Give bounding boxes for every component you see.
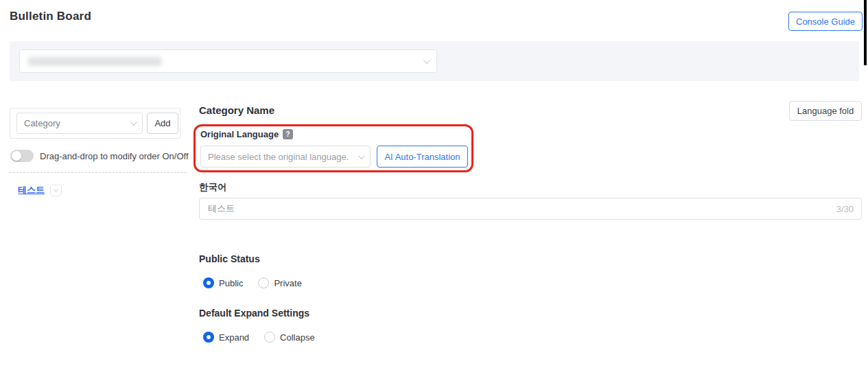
category-item-expand-button[interactable]	[50, 185, 62, 196]
question-mark-icon[interactable]: ?	[283, 129, 293, 139]
board-selector-panel	[10, 41, 859, 81]
korean-name-input[interactable]	[199, 198, 862, 220]
original-language-select[interactable]: Please select the original language.	[200, 146, 371, 168]
radio-label: Expand	[219, 332, 249, 343]
section-title-category-name: Category Name	[199, 104, 274, 116]
radio-unselected-icon[interactable]	[264, 332, 275, 343]
public-status-radio-group: Public Private	[203, 277, 302, 288]
category-type-select[interactable]: Category	[16, 113, 143, 134]
radio-option-collapse[interactable]: Collapse	[264, 332, 315, 343]
char-counter: 3/30	[836, 204, 854, 214]
radio-selected-icon[interactable]	[203, 277, 214, 288]
category-item-link[interactable]: 테스트	[18, 184, 45, 196]
board-select-dropdown[interactable]	[19, 49, 437, 73]
chevron-down-icon	[54, 187, 58, 192]
radio-option-public[interactable]: Public	[203, 277, 243, 288]
korean-field-label: 한국어	[199, 181, 227, 194]
public-status-title: Public Status	[199, 253, 260, 264]
bulletin-board-page: Bulletin Board Console Guide Category Ad…	[0, 0, 868, 390]
radio-option-private[interactable]: Private	[258, 277, 301, 288]
radio-selected-icon[interactable]	[203, 332, 214, 343]
radio-option-expand[interactable]: Expand	[203, 332, 249, 343]
chevron-down-icon	[130, 119, 137, 126]
radio-unselected-icon[interactable]	[258, 277, 269, 288]
scrollbar[interactable]	[864, 0, 867, 65]
category-select-value: Category	[24, 118, 60, 128]
original-language-label: Original Language	[200, 129, 279, 139]
default-expand-title: Default Expand Settings	[199, 308, 309, 319]
category-add-box: Category Add	[10, 108, 180, 139]
default-expand-radio-group: Expand Collapse	[203, 332, 315, 343]
drag-drop-toggle-row: Drag-and-drop to modify order On/Off	[10, 150, 189, 162]
console-guide-button[interactable]: Console Guide	[788, 12, 863, 31]
original-language-label-row: Original Language ?	[200, 129, 293, 139]
add-category-button[interactable]: Add	[147, 113, 178, 134]
category-list-item: 테스트	[18, 184, 62, 196]
drag-drop-toggle-label: Drag-and-drop to modify order On/Off	[40, 151, 189, 161]
korean-name-input-wrap: 3/30	[199, 198, 862, 220]
radio-label: Collapse	[280, 332, 315, 343]
page-title: Bulletin Board	[10, 10, 91, 23]
radio-label: Public	[219, 278, 243, 288]
chevron-down-icon	[358, 152, 365, 159]
drag-drop-toggle[interactable]	[10, 150, 34, 162]
chevron-down-icon	[423, 57, 430, 64]
toggle-knob	[12, 151, 21, 161]
sidebar-divider	[10, 172, 187, 173]
radio-label: Private	[274, 278, 301, 288]
redacted-board-name	[28, 57, 162, 66]
ai-auto-translation-button[interactable]: AI Auto-Translation	[377, 146, 468, 168]
original-language-placeholder: Please select the original language.	[208, 152, 349, 162]
language-fold-button[interactable]: Language fold	[789, 101, 862, 121]
